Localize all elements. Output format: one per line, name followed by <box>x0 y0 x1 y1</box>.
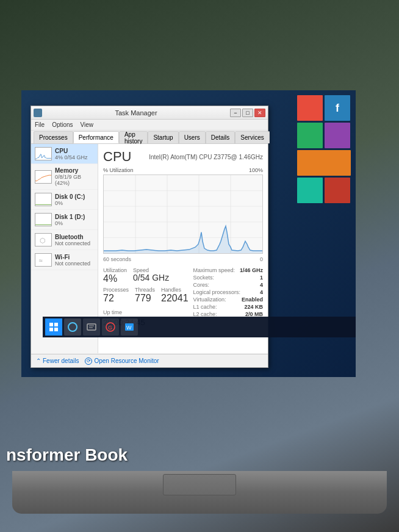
svg-text:≈: ≈ <box>39 257 43 264</box>
sidebar-item-disk0[interactable]: Disk 0 (C:) 0% <box>31 190 98 210</box>
cpu-header: CPU Intel(R) Atom(TM) CPU Z3775@ 1.46GHz <box>103 149 263 165</box>
menu-view[interactable]: View <box>81 121 94 128</box>
max-speed-label: Maximum speed: <box>193 267 235 273</box>
sidebar-item-bluetooth[interactable]: ⬡ Bluetooth Not connected <box>31 230 98 250</box>
svg-rect-3 <box>35 214 51 226</box>
menu-file[interactable]: File <box>35 121 45 128</box>
threads-label: Threads <box>135 287 155 293</box>
start-button[interactable] <box>45 318 62 336</box>
disk1-mini-icon <box>35 213 52 226</box>
utilization-stat: Utilization 4% <box>103 267 127 284</box>
logical-processors-detail: Logical processors: 4 <box>193 289 263 295</box>
cpu-sidebar-text: CPU 4% 0/54 GHz <box>55 148 88 160</box>
max-speed-detail: Maximum speed: 1/46 GHz <box>193 267 263 273</box>
svg-rect-6 <box>35 254 51 266</box>
tab-details[interactable]: Details <box>206 131 235 143</box>
taskbar-btn-2[interactable] <box>83 318 100 336</box>
window-controls: − □ ✕ <box>230 109 265 117</box>
open-resource-monitor-link[interactable]: ⟳ Open Resource Monitor <box>85 358 159 365</box>
threads-stat: Threads 779 <box>135 287 155 304</box>
tab-users[interactable]: Users <box>179 131 206 143</box>
processes-label: Processes <box>103 287 129 293</box>
svg-rect-18 <box>54 323 58 326</box>
title-bar: Task Manager − □ ✕ <box>31 106 268 120</box>
cpu-mini-icon <box>35 147 52 160</box>
utilization-stat-label: Utilization <box>103 267 127 273</box>
cores-label: Cores: <box>193 282 210 288</box>
window-title: Task Manager <box>42 109 230 117</box>
svg-rect-22 <box>87 324 96 330</box>
bluetooth-sidebar-text: Bluetooth Not connected <box>55 234 90 246</box>
handles-value: 22041 <box>161 293 189 304</box>
cpu-title: CPU <box>103 149 131 165</box>
processes-value: 72 <box>103 293 129 304</box>
sidebar-item-disk1[interactable]: Disk 1 (D:) 0% <box>31 210 98 230</box>
chevron-up-icon: ⌃ <box>36 358 41 364</box>
bluetooth-mini-icon: ⬡ <box>35 233 52 246</box>
sockets-detail: Sockets: 1 <box>193 275 263 281</box>
processes-stat: Processes 72 <box>103 287 129 304</box>
utilization-speed-row: Utilization 4% Speed 0/54 GHz <box>103 267 189 284</box>
tab-performance[interactable]: Performance <box>73 131 119 143</box>
cpu-subtitle: Intel(R) Atom(TM) CPU Z3775@ 1.46GHz <box>149 154 263 160</box>
tab-processes[interactable]: Processes <box>34 131 73 143</box>
close-button[interactable]: ✕ <box>254 109 265 117</box>
tab-bar: Processes Performance App history Startu… <box>31 131 268 144</box>
sidebar-item-cpu[interactable]: CPU 4% 0/54 GHz <box>31 144 98 164</box>
handles-stat: Handles 22041 <box>161 287 189 304</box>
l1-cache-detail: L1 cache: 224 KB <box>193 304 263 310</box>
sockets-label: Sockets: <box>193 275 215 281</box>
threads-value: 779 <box>135 293 155 304</box>
fewer-details-link[interactable]: ⌃ Fewer details <box>36 358 79 364</box>
memory-mini-icon <box>35 170 52 184</box>
speed-stat: Speed 0/54 GHz <box>133 267 169 284</box>
processes-threads-handles-row: Processes 72 Threads 779 Handles 22041 <box>103 287 189 304</box>
title-bar-icon <box>34 109 42 117</box>
disk1-sidebar-text: Disk 1 (D:) 0% <box>55 214 85 226</box>
svg-text:⬡: ⬡ <box>40 237 46 244</box>
svg-text:W: W <box>126 325 132 331</box>
taskbar-btn-4[interactable]: W <box>121 318 138 336</box>
sockets-value: 1 <box>260 275 263 281</box>
svg-text:G: G <box>108 325 112 331</box>
taskbar-btn-1[interactable] <box>64 318 81 336</box>
logical-processors-value: 4 <box>260 289 263 295</box>
svg-marker-16 <box>104 226 262 253</box>
svg-rect-19 <box>49 328 53 331</box>
handles-label: Handles <box>161 287 189 293</box>
disk0-sidebar-text: Disk 0 (C:) 0% <box>55 193 85 206</box>
svg-rect-20 <box>54 328 58 331</box>
sidebar-item-wifi[interactable]: ≈ Wi-Fi Not connected <box>31 250 98 270</box>
tab-services[interactable]: Services <box>235 131 269 143</box>
disk0-mini-icon <box>35 193 52 206</box>
l1-cache-label: L1 cache: <box>193 304 217 310</box>
laptop-touchpad <box>163 474 236 495</box>
cores-detail: Cores: 4 <box>193 282 263 288</box>
menu-options[interactable]: Options <box>52 121 73 128</box>
utilization-max: 100% <box>249 167 263 173</box>
minimize-button[interactable]: − <box>230 109 241 117</box>
max-speed-value: 1/46 GHz <box>240 267 263 273</box>
svg-rect-2 <box>35 193 51 206</box>
virtualization-detail: Virtualization: Enabled <box>193 297 263 303</box>
tab-startup[interactable]: Startup <box>148 131 178 143</box>
tab-app-history[interactable]: App history <box>119 131 148 143</box>
graph-time-left: 60 seconds <box>103 256 131 262</box>
logical-processors-label: Logical processors: <box>193 289 241 295</box>
utilization-stat-value: 4% <box>103 273 127 284</box>
maximize-button[interactable]: □ <box>242 109 253 117</box>
graph-time-labels: 60 seconds 0 <box>103 256 263 262</box>
memory-sidebar-text: Memory 0/8/1/9 GB (42%) <box>55 167 94 186</box>
graph-time-right: 0 <box>260 256 263 262</box>
menu-bar: File Options View <box>31 120 268 131</box>
cpu-graph <box>103 174 263 254</box>
virtualization-value: Enabled <box>242 297 263 303</box>
wifi-mini-icon: ≈ <box>35 253 52 267</box>
laptop-base <box>12 471 387 514</box>
laptop-brand-text: nsformer Book <box>6 445 128 465</box>
sidebar-item-memory[interactable]: Memory 0/8/1/9 GB (42%) <box>31 164 98 190</box>
wifi-sidebar-text: Wi-Fi Not connected <box>55 254 90 267</box>
taskbar-btn-3[interactable]: G <box>102 318 119 336</box>
virtualization-label: Virtualization: <box>193 297 226 303</box>
uptime-label: Up time <box>103 309 122 315</box>
